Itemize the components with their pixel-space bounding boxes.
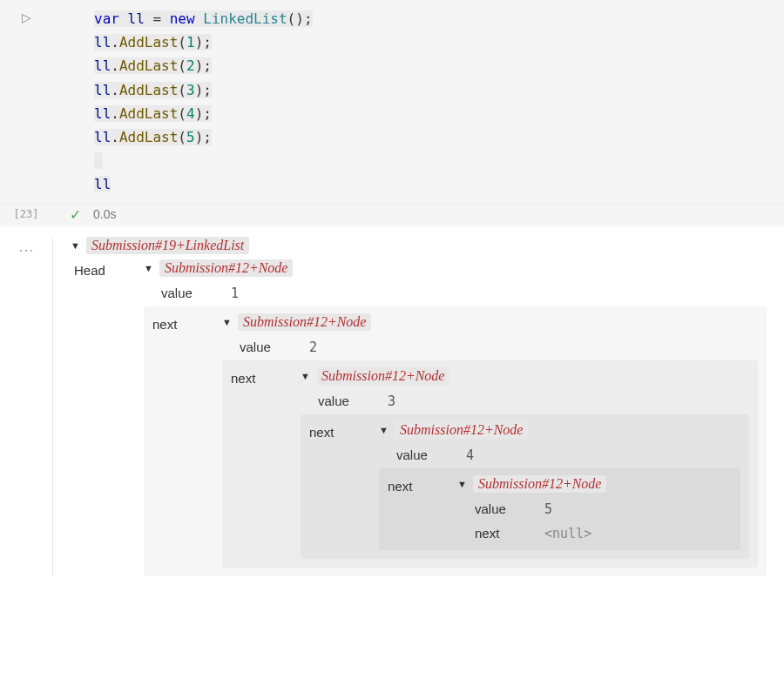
output-row: ⋯ ▼ Submission#19+LinkedList Head ▼ Subm…: [0, 226, 784, 594]
nested-block: next ▼ Submission#12+Node value 2: [144, 306, 767, 576]
node-3[interactable]: ▼ Submission#12+Node: [301, 367, 749, 385]
field-next: next: [475, 522, 527, 541]
value-4: 4: [466, 444, 474, 463]
node-4[interactable]: ▼ Submission#12+Node: [379, 421, 740, 439]
check-icon: ✓: [70, 206, 81, 223]
cell-gutter: ▷: [0, 7, 52, 197]
field-value: value: [396, 444, 449, 462]
type-badge: Submission#12+Node: [316, 367, 449, 385]
nested-block: next ▼ Submission#12+Node value: [222, 360, 758, 568]
null-value: <null>: [544, 522, 591, 541]
type-badge: Submission#19+LinkedList: [86, 237, 249, 254]
chevron-down-icon[interactable]: ▼: [222, 317, 233, 327]
node-2[interactable]: ▼ Submission#12+Node: [222, 313, 758, 331]
chevron-down-icon[interactable]: ▼: [301, 371, 311, 381]
status-row: [23] ✓ 0.0s: [0, 205, 784, 226]
code-content: var ll = new LinkedList(); ll.AddLast(1)…: [94, 7, 767, 197]
output-actions[interactable]: ⋯: [0, 237, 52, 576]
field-value: value: [318, 390, 370, 408]
chevron-down-icon[interactable]: ▼: [71, 240, 81, 251]
code-cell: ▷ var ll = new LinkedList(); ll.AddLast(…: [0, 0, 784, 205]
type-badge: Submission#12+Node: [473, 475, 606, 493]
nested-block: next ▼ Submission#12+Node: [379, 468, 740, 550]
node-1[interactable]: ▼ Submission#12+Node: [144, 259, 767, 277]
field-head: Head: [74, 259, 126, 278]
chevron-down-icon[interactable]: ▼: [379, 425, 389, 435]
run-icon[interactable]: ▷: [22, 10, 31, 24]
field-next: next: [231, 367, 283, 386]
execution-time: 0.0s: [93, 207, 116, 221]
chevron-down-icon[interactable]: ▼: [457, 479, 468, 489]
execution-count: [23]: [0, 208, 52, 220]
field-next: next: [309, 421, 362, 440]
field-value: value: [240, 336, 292, 354]
type-badge: Submission#12+Node: [395, 421, 528, 439]
field-value: value: [475, 498, 527, 516]
value-3: 3: [388, 390, 395, 409]
node-5[interactable]: ▼ Submission#12+Node: [457, 475, 732, 493]
field-value: value: [161, 282, 213, 300]
chevron-down-icon[interactable]: ▼: [144, 263, 154, 273]
status-body: ✓ 0.0s: [52, 206, 784, 223]
field-next: next: [152, 313, 205, 332]
value-1: 1: [231, 282, 239, 301]
field-next: next: [388, 475, 440, 494]
nested-block: next ▼ Submission#12+Node: [301, 414, 749, 559]
object-root[interactable]: ▼ Submission#19+LinkedList: [71, 237, 767, 254]
code-editor[interactable]: var ll = new LinkedList(); ll.AddLast(1)…: [52, 7, 784, 197]
type-badge: Submission#12+Node: [238, 313, 371, 331]
type-badge: Submission#12+Node: [159, 259, 293, 277]
output-body: ▼ Submission#19+LinkedList Head ▼ Submis…: [52, 237, 784, 576]
value-5: 5: [544, 498, 552, 517]
value-2: 2: [309, 336, 317, 355]
